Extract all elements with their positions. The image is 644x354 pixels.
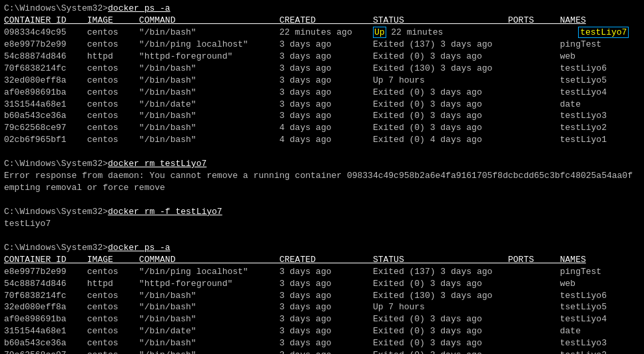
table-row: 32ed080eff8a centos "/bin/bash" 3 days a… — [4, 301, 640, 313]
table-row: 79c62568ce97 centos "/bin/bash" 3 days a… — [4, 349, 640, 354]
table-row: 32ed080eff8a centos "/bin/bash" 3 days a… — [4, 75, 640, 87]
status-up-badge: Up — [373, 27, 386, 38]
command-line-4: C:\Windows\System32>docker ps -a — [4, 242, 640, 254]
table-row: 31S1544a68e1 centos "/bin/date" 3 days a… — [4, 99, 640, 111]
table-row: 02cb6f965bf1 centos "/bin/bash" 4 days a… — [4, 134, 640, 146]
prompt-4: C:\Windows\System32> — [4, 243, 108, 253]
blank-line — [4, 194, 640, 206]
table-row: 54c88874d846 httpd "httpd-foreground" 3 … — [4, 51, 640, 63]
command-line-3: C:\Windows\System32>docker rm -f testLiy… — [4, 206, 640, 218]
command-text-4: docker ps -a — [108, 243, 170, 253]
table-row: e8e9977b2e99 centos "/bin/ping localhost… — [4, 39, 640, 51]
error-line-2: empting removal or force remove — [4, 182, 640, 194]
table-row: 098334c49c95 centos "/bin/bash" 22 minut… — [4, 27, 640, 39]
table-row: b60a543ce36a centos "/bin/bash" 3 days a… — [4, 110, 640, 122]
table-row: 70f6838214fc centos "/bin/bash" 3 days a… — [4, 290, 640, 302]
table-header-1: CONTAINER ID IMAGE COMMAND CREATED STATU… — [4, 15, 640, 27]
rm-output: testLiyo7 — [4, 218, 640, 230]
table-row: 70f6838214fc centos "/bin/bash" 3 days a… — [4, 63, 640, 75]
table-row: af0e898691ba centos "/bin/bash" 3 days a… — [4, 313, 640, 325]
command-text-1: docker ps -a — [108, 3, 170, 13]
table-header-2: CONTAINER ID IMAGE COMMAND CREATED STATU… — [4, 254, 640, 266]
command-text-2: docker rm testLiyo7 — [108, 159, 206, 169]
command-line-2: C:\Windows\System32>docker rm testLiyo7 — [4, 158, 640, 170]
error-line-1: Error response from daemon: You cannot r… — [4, 170, 640, 182]
table-row: 54c88874d846 httpd "httpd-foreground" 3 … — [4, 278, 640, 290]
container-name-highlight: testLiyo7 — [578, 27, 629, 38]
prompt-3: C:\Windows\System32> — [4, 207, 108, 217]
prompt-2: C:\Windows\System32> — [4, 159, 108, 169]
table-row: e8e9977b2e99 centos "/bin/ping localhost… — [4, 266, 640, 278]
terminal-window[interactable]: C:\Windows\System32>docker ps -a CONTAIN… — [4, 3, 640, 354]
prompt-1: C:\Windows\System32> — [4, 3, 108, 13]
table-row: af0e898691ba centos "/bin/bash" 3 days a… — [4, 87, 640, 99]
command-line-1: C:\Windows\System32>docker ps -a — [4, 3, 640, 15]
blank-line — [4, 230, 640, 242]
table-row: 79c62568ce97 centos "/bin/bash" 4 days a… — [4, 122, 640, 134]
command-text-3: docker rm -f testLiyo7 — [108, 207, 222, 217]
table-row: b60a543ce36a centos "/bin/bash" 3 days a… — [4, 337, 640, 349]
blank-line — [4, 146, 640, 158]
table-row: 3151544a68e1 centos "/bin/date" 3 days a… — [4, 325, 640, 337]
